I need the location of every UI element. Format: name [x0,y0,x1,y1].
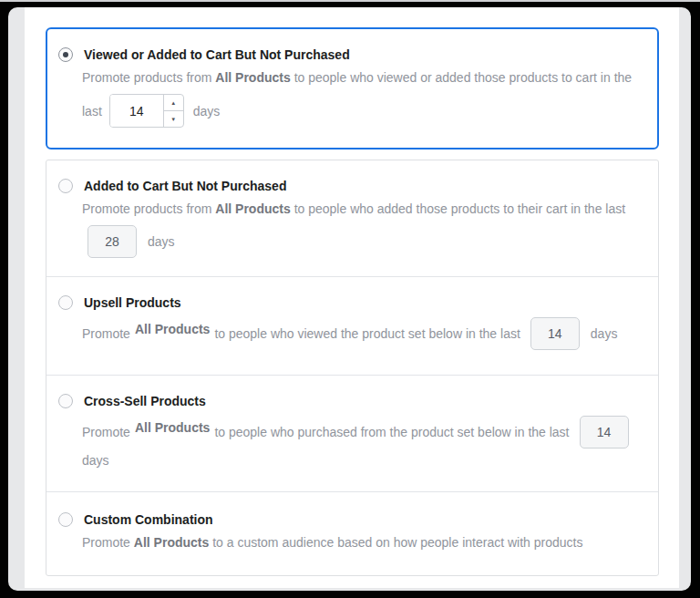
description-text: Promote products from [82,201,215,216]
radio-unchecked-icon[interactable] [58,295,73,310]
content-panel: Viewed or Added to Cart But Not Purchase… [25,7,679,588]
days-input[interactable] [530,317,580,350]
option-description: Promote All Products to people who purch… [82,416,643,469]
option-added-to-cart[interactable]: Added to Cart But Not Purchased Promote … [46,160,658,276]
product-set-name: All Products [215,70,290,85]
option-header: Custom Combination [58,510,643,529]
description-text: to people who added those products to th… [291,201,625,216]
option-description: Promote products from All Products to pe… [82,69,643,128]
description-text: Promote [82,535,134,550]
option-title: Added to Cart But Not Purchased [84,177,286,195]
product-set-name: All Products [134,535,209,550]
description-text: Promote [82,425,130,439]
option-cross-sell-products[interactable]: Cross-Sell Products Promote All Products… [46,375,658,491]
days-row: days [82,225,643,258]
option-header: Viewed or Added to Cart But Not Purchase… [58,46,643,64]
option-title: Viewed or Added to Cart But Not Purchase… [84,46,350,64]
description-text: to people who purchased from the product… [214,425,569,439]
option-description: Promote All Products to people who viewe… [82,317,643,350]
option-viewed-or-added-to-cart[interactable]: Viewed or Added to Cart But Not Purchase… [46,27,659,150]
days-input[interactable] [580,416,629,448]
stepper-down-icon[interactable]: ▼ [164,111,183,127]
description-text: to a custom audience based on how people… [209,535,582,550]
description-row: Promote All Products to people who viewe… [82,317,643,350]
product-set-name: All Products [215,201,290,216]
option-header: Cross-Sell Products [58,392,643,410]
radio-dot [63,52,68,57]
days-label: days [148,234,175,249]
last-label: last [82,104,102,119]
description-text: Promote products from [82,70,215,85]
option-header: Upsell Products [58,294,643,312]
stepper-up-icon[interactable]: ▲ [164,95,183,111]
radio-unchecked-icon[interactable] [58,394,73,408]
radio-checked-icon[interactable] [58,47,73,62]
product-set-name: All Products [135,322,210,336]
option-header: Added to Cart But Not Purchased [58,177,643,195]
unselected-options-group: Added to Cart But Not Purchased Promote … [46,160,659,576]
audience-options-list: Viewed or Added to Cart But Not Purchase… [46,27,659,576]
days-row: last ▲ ▼ days [82,94,643,128]
radio-unchecked-icon[interactable] [58,512,73,527]
product-set-name: All Products [135,420,210,435]
option-description: Promote All Products to a custom audienc… [82,534,643,552]
days-input[interactable] [88,225,137,258]
screen-background: Viewed or Added to Cart But Not Purchase… [0,0,700,598]
option-title: Custom Combination [84,510,213,529]
days-label: days [193,104,221,119]
description-text: to people who viewed or added those prod… [291,70,632,85]
window: Viewed or Added to Cart But Not Purchase… [8,7,691,591]
option-description: Promote products from All Products to pe… [82,201,643,258]
description-text: Promote [82,326,130,341]
days-label: days [82,452,643,469]
days-stepper[interactable]: ▲ ▼ [109,94,184,128]
days-input[interactable] [110,95,163,127]
description-row: Promote All Products to people who purch… [82,416,643,448]
option-title: Upsell Products [84,294,181,312]
option-custom-combination[interactable]: Custom Combination Promote All Products … [46,491,658,575]
days-label: days [591,326,618,341]
window-top-edge [0,0,700,2]
option-title: Cross-Sell Products [84,392,206,410]
description-text: to people who viewed the product set bel… [214,326,520,341]
option-upsell-products[interactable]: Upsell Products Promote All Products to … [46,276,658,375]
radio-unchecked-icon[interactable] [58,179,73,193]
stepper-buttons: ▲ ▼ [163,95,183,127]
